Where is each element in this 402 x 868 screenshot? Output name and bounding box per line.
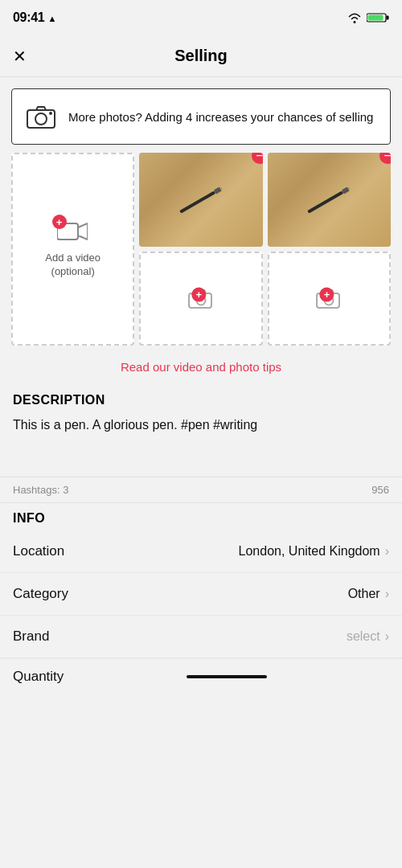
status-icons: [347, 12, 389, 23]
media-grid: + Add a video(optional) −: [11, 153, 391, 346]
location-row[interactable]: Location London, United Kingdom ›: [0, 530, 402, 573]
add-photo-cell-1[interactable]: +: [139, 252, 262, 346]
svg-rect-2: [368, 15, 384, 21]
pen-drawing-1: [178, 183, 224, 215]
location-label: Location: [13, 543, 64, 559]
description-text[interactable]: This is a pen. A glorious pen. #pen #wri…: [0, 412, 402, 477]
plus-badge: +: [52, 215, 67, 229]
category-value: Other: [348, 587, 380, 601]
battery-icon: [367, 12, 389, 23]
pen-drawing-2: [306, 183, 352, 215]
hashtag-count: Hashtags: 3: [13, 484, 68, 496]
brand-row[interactable]: Brand select ›: [0, 616, 402, 658]
video-icon-wrap: +: [57, 219, 89, 247]
photo-tips-banner: More photos? Adding 4 increases your cha…: [11, 88, 391, 145]
brand-chevron-icon: ›: [385, 629, 389, 644]
svg-rect-10: [307, 190, 343, 213]
close-button[interactable]: ✕: [13, 48, 27, 64]
category-value-wrap: Other ›: [348, 587, 389, 601]
page-title: Selling: [174, 47, 228, 65]
app-header: ✕ Selling: [0, 35, 402, 77]
svg-point-5: [49, 112, 52, 115]
category-row[interactable]: Category Other ›: [0, 573, 402, 616]
brand-value: select: [347, 629, 380, 644]
location-value: London, United Kingdom: [239, 544, 380, 559]
brand-label: Brand: [13, 628, 49, 645]
bottom-home-indicator: [187, 675, 267, 678]
main-content: More photos? Adding 4 increases your cha…: [0, 88, 402, 694]
add-photo-cell-2[interactable]: +: [268, 252, 391, 346]
add-video-label: Add a video(optional): [45, 252, 100, 279]
status-time: 09:41 ▲: [13, 10, 56, 25]
svg-rect-7: [179, 190, 215, 213]
svg-rect-11: [342, 186, 350, 194]
photo-cell-1[interactable]: −: [139, 153, 262, 247]
plus-badge-photo2: +: [320, 287, 334, 301]
status-bar: 09:41 ▲: [0, 0, 402, 35]
photo-cell-2[interactable]: −: [268, 153, 391, 247]
brand-value-wrap: select ›: [347, 629, 389, 644]
location-chevron-icon: ›: [385, 544, 389, 559]
add-video-cell[interactable]: + Add a video(optional): [11, 153, 134, 346]
svg-point-4: [35, 113, 47, 125]
wifi-icon: [347, 12, 362, 23]
info-section-label: INFO: [0, 503, 402, 530]
camera-large-icon: [25, 100, 57, 133]
quantity-label: Quantity: [13, 669, 64, 685]
location-value-wrap: London, United Kingdom ›: [239, 544, 389, 559]
photo-tips-text: More photos? Adding 4 increases your cha…: [68, 108, 373, 125]
hashtag-bar: Hashtags: 3 956: [0, 477, 402, 502]
char-count: 956: [371, 484, 389, 496]
category-label: Category: [13, 586, 68, 602]
plus-badge-photo1: +: [191, 287, 206, 301]
photo-tips-link[interactable]: Read our video and photo tips: [0, 354, 402, 385]
svg-rect-1: [387, 16, 389, 20]
category-chevron-icon: ›: [385, 587, 389, 601]
quantity-row[interactable]: Quantity: [0, 658, 402, 694]
description-section-label: DESCRIPTION: [0, 385, 402, 412]
